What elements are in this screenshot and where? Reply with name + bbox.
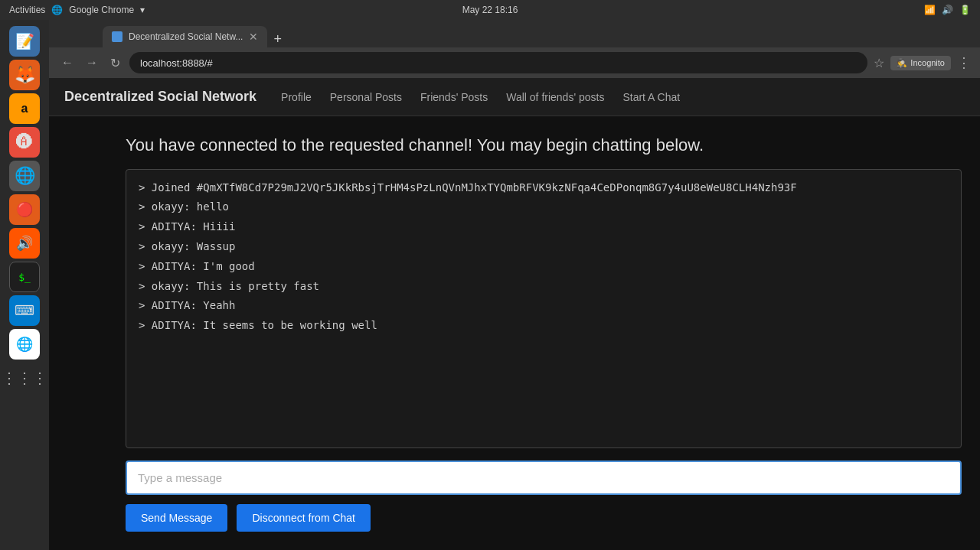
forward-button[interactable]: → [83, 54, 101, 71]
active-tab[interactable]: Decentralized Social Netw... ✕ [103, 26, 267, 47]
chat-message: > ADITYA: Hiiii [139, 218, 949, 236]
nav-personal-posts[interactable]: Personal Posts [330, 88, 402, 106]
dock-amazon-icon[interactable]: a [9, 93, 40, 124]
incognito-button[interactable]: 🕵 Incognito [890, 56, 951, 70]
chat-message: > ADITYA: I'm good [139, 258, 949, 276]
nav-start-chat[interactable]: Start A Chat [622, 88, 680, 106]
os-topbar: Activities 🌐 Google Chrome ▾ May 22 18:1… [0, 0, 980, 20]
dock-chrome-icon[interactable]: 🌐 [9, 329, 40, 360]
app-nav: Decentralized Social Network Profile Per… [49, 78, 980, 116]
reload-button[interactable]: ↻ [107, 54, 123, 72]
main-content: You have connected to the requested chan… [49, 116, 980, 550]
dock-network-icon[interactable]: 🌐 [9, 161, 40, 191]
app-title: Decentralized Social Network [64, 89, 256, 105]
dock-firefox-icon[interactable]: 🦊 [9, 60, 40, 90]
chat-message: > ADITYA: It seems to be working well [139, 317, 949, 335]
os-chrome-label[interactable]: Google Chrome [69, 5, 134, 15]
new-tab-button[interactable]: + [267, 31, 288, 47]
os-dropdown-icon[interactable]: ▾ [140, 5, 145, 15]
chat-message: > okayy: This is pretty fast [139, 278, 949, 296]
page-heading: You have connected to the requested chan… [126, 135, 962, 157]
button-row: Send Message Disconnect from Chat [126, 504, 962, 532]
nav-friends-posts[interactable]: Friends' Posts [420, 88, 488, 106]
bookmark-button[interactable]: ☆ [874, 56, 884, 70]
dock-soundcloud-icon[interactable]: 🔊 [9, 228, 40, 259]
incognito-icon: 🕵 [897, 58, 907, 68]
dock-vscode-icon[interactable]: ⌨ [9, 295, 40, 326]
chat-message: > Joined #QmXTfW8Cd7P29mJ2VQr5JKkRbsjTrH… [139, 179, 949, 197]
dock-grid-icon[interactable]: ⋮⋮⋮ [9, 363, 40, 393]
message-input[interactable] [126, 461, 962, 495]
nav-wall[interactable]: Wall of friends' posts [506, 88, 604, 106]
nav-links: Profile Personal Posts Friends' Posts Wa… [281, 88, 680, 106]
incognito-label: Incognito [910, 58, 945, 67]
tab-title: Decentralized Social Netw... [129, 31, 243, 42]
chat-messages[interactable]: > Joined #QmXTfW8Cd7P29mJ2VQr5JKkRbsjTrH… [126, 169, 962, 448]
wifi-icon: 📶 [924, 5, 936, 15]
browser-menu-button[interactable]: ⋮ [957, 54, 971, 71]
tab-bar: Decentralized Social Netw... ✕ + [49, 20, 980, 47]
tab-close-button[interactable]: ✕ [249, 31, 258, 43]
dock-appstore-icon[interactable]: 🅐 [9, 127, 40, 158]
nav-profile[interactable]: Profile [281, 88, 312, 106]
chat-message: > okayy: hello [139, 198, 949, 216]
battery-icon: 🔋 [959, 5, 971, 15]
chat-message: > ADITYA: Yeahh [139, 297, 949, 315]
os-app-name: 🌐 [51, 5, 63, 15]
dock-terminal-icon[interactable]: $_ [9, 262, 40, 292]
address-bar: ← → ↻ ☆ 🕵 Incognito ⋮ [49, 47, 980, 78]
volume-icon: 🔊 [942, 5, 953, 15]
os-dock: 📝 🦊 a 🅐 🌐 🔴 🔊 $_ ⌨ 🌐 ⋮⋮⋮ [0, 20, 49, 550]
dock-notepad-icon[interactable]: 📝 [9, 26, 40, 57]
dock-ubuntu-icon[interactable]: 🔴 [9, 194, 40, 225]
disconnect-button[interactable]: Disconnect from Chat [237, 504, 371, 532]
activities-label[interactable]: Activities [9, 5, 45, 15]
send-message-button[interactable]: Send Message [126, 504, 227, 532]
url-bar[interactable] [129, 52, 867, 73]
tab-favicon [112, 31, 122, 42]
os-datetime: May 22 18:16 [462, 5, 518, 15]
back-button[interactable]: ← [58, 54, 77, 71]
chat-message: > okayy: Wassup [139, 238, 949, 256]
